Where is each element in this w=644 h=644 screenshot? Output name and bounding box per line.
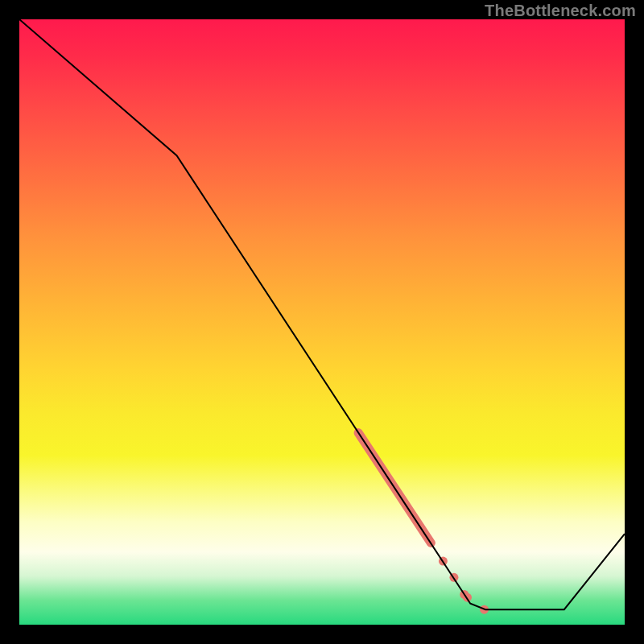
plot-area (19, 19, 625, 625)
attribution-text: TheBottleneck.com (485, 2, 636, 20)
bottleneck-curve (19, 19, 625, 609)
chart-container: TheBottleneck.com (0, 0, 644, 644)
chart-overlay-svg (19, 19, 625, 625)
